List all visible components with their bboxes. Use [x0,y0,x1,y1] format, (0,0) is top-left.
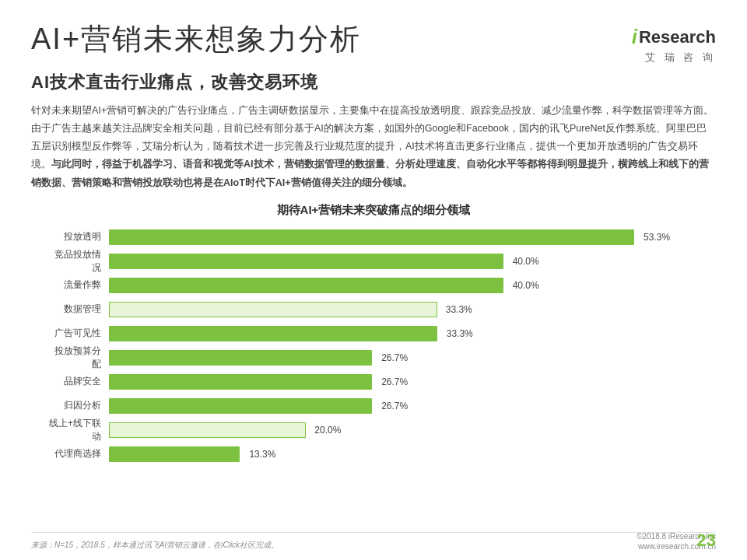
bar-value: 33.3% [446,304,472,315]
bar-value: 13.3% [249,449,275,460]
bar-track: 40.0% [109,254,700,269]
bar-value: 26.7% [381,376,408,387]
bar-track: 40.0% [109,278,700,293]
bar-fill: 26.7% [109,350,372,366]
bar-fill: 40.0% [109,278,503,293]
bar-label: 竞品投放情况 [47,248,109,275]
bar-value: 26.7% [381,401,408,411]
logo: i Research [632,25,716,49]
bar-value: 40.0% [513,280,539,291]
bar-value: 40.0% [513,256,539,267]
bar-label: 数据管理 [47,303,109,316]
bar-row: 线上+线下联动20.0% [47,420,700,440]
bar-track: 26.7% [109,350,700,366]
bar-value: 53.3% [644,232,670,243]
logo-area: i Research 艾 瑞 咨 询 [632,22,716,65]
logo-i: i [632,25,637,49]
bar-row: 代理商选择13.3% [47,444,700,464]
chart-container: 投放透明53.3%竞品投放情况40.0%流量作弊40.0%数据管理33.3%广告… [31,227,716,464]
bar-track: 26.7% [109,398,700,414]
logo-research: Research [639,27,716,47]
bar-fill-highlighted: 33.3% [109,302,437,317]
bar-row: 数据管理33.3% [47,299,700,320]
bar-row: 归因分析26.7% [47,396,700,416]
bar-label: 线上+线下联动 [47,417,109,443]
bar-label: 流量作弊 [47,278,109,292]
bar-track: 26.7% [109,374,700,390]
bar-track: 13.3% [109,446,700,462]
bar-row: 流量作弊40.0% [47,275,700,296]
bar-label: 代理商选择 [47,447,109,460]
bar-row: 竞品投放情况40.0% [47,251,700,271]
body-text-bold: 与此同时，得益于机器学习、语音和视觉等AI技术，营销数据管理的数据量、分析处理速… [31,159,709,187]
header-area: AI+营销未来想象力分析 i Research 艾 瑞 咨 询 [31,22,716,65]
bar-track: 33.3% [109,302,700,317]
source-text: 来源：N=15，2018.5，样本通过讯飞AI营销云邀请，在iClick社区完成… [31,540,279,551]
bar-fill: 53.3% [109,229,634,245]
sub-title: AI技术直击行业痛点，改善交易环境 [31,71,716,94]
footer-area: 来源：N=15，2018.5，样本通过讯飞AI营销云邀请，在iClick社区完成… [31,532,716,551]
page: AI+营销未来想象力分析 i Research 艾 瑞 咨 询 AI技术直击行业… [0,0,747,560]
bar-fill-highlighted: 20.0% [109,422,306,438]
bar-label: 广告可见性 [47,327,109,340]
bar-label: 归因分析 [47,399,109,412]
bar-value: 26.7% [381,352,408,363]
bar-track: 33.3% [109,326,700,341]
bar-fill: 40.0% [109,254,503,269]
bar-row: 投放透明53.3% [47,227,700,247]
bar-label: 投放透明 [47,230,109,243]
bar-fill: 26.7% [109,398,372,414]
chart-section: 期待AI+营销未来突破痛点的细分领域 投放透明53.3%竞品投放情况40.0%流… [31,203,716,464]
main-title: AI+营销未来想象力分析 [31,22,361,58]
bar-fill: 13.3% [109,446,240,462]
bar-row: 投放预算分配26.7% [47,348,700,368]
page-number: 23 [697,530,716,551]
bar-fill: 33.3% [109,326,437,341]
bar-label: 投放预算分配 [47,345,109,371]
bar-value: 20.0% [314,425,341,436]
bar-value: 33.3% [447,328,473,339]
bar-row: 品牌安全26.7% [47,372,700,392]
bar-track: 20.0% [109,422,700,438]
body-text: 针对未来期望AI+营销可解决的广告行业痛点，广告主调研数据显示，主要集中在提高投… [31,102,716,192]
bar-fill: 26.7% [109,374,372,390]
chart-title: 期待AI+营销未来突破痛点的细分领域 [31,203,716,218]
bar-track: 53.3% [109,229,700,245]
logo-cn: 艾 瑞 咨 询 [645,51,716,65]
bar-row: 广告可见性33.3% [47,324,700,344]
bar-label: 品牌安全 [47,375,109,388]
